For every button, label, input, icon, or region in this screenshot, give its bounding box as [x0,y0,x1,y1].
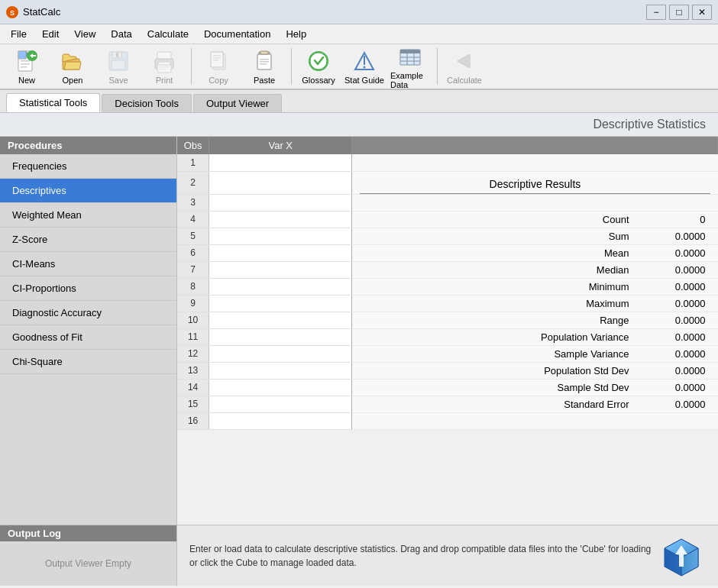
var-x-cell[interactable] [209,154,352,171]
app-icon: S [6,6,18,18]
svg-rect-22 [160,69,166,70]
result-label: Median [477,264,629,276]
sidebar-item-z-score[interactable]: Z-Score [0,228,176,252]
var-x-cell[interactable] [209,295,352,312]
sidebar-item-chi-square[interactable]: Chi-Square [0,350,176,374]
result-area-cell: Population Std Dev0.0000 [352,362,718,379]
paste-label: Paste [254,76,275,85]
var-x-cell[interactable] [209,228,352,244]
minimize-button[interactable]: − [646,5,666,20]
var-x-cell[interactable] [209,194,352,211]
svg-text:S: S [10,9,15,17]
svg-rect-3 [18,51,26,59]
var-x-cell[interactable] [209,396,352,412]
calculate-label: Calculate [447,76,482,85]
menu-calculate[interactable]: Calculate [140,27,196,41]
exampledata-icon [396,44,424,69]
menu-view[interactable]: View [66,27,103,41]
statguide-label: Stat Guide [344,76,384,85]
sidebar-item-goodness-of-fit[interactable]: Goodness of Fit [0,325,176,350]
svg-rect-40 [400,50,420,53]
glossary-label: Glossary [302,76,335,85]
maximize-button[interactable]: □ [669,5,689,20]
row-number: 15 [177,396,209,412]
tab-decision-tools[interactable]: Decision Tools [102,94,192,112]
glossary-icon [305,48,332,74]
result-value: 0.0000 [660,331,706,343]
output-bar: Output Log Output Viewer Empty Enter or … [0,525,718,586]
var-x-cell[interactable] [209,278,352,295]
menu-documentation[interactable]: Documentation [196,27,278,41]
data-grid-scroll[interactable]: Obs Var X 12Descriptive Results34Count05… [177,137,718,525]
save-button[interactable]: Save [96,47,141,86]
var-x-cell[interactable] [209,345,352,362]
save-icon [105,48,132,74]
svg-rect-32 [260,61,269,63]
sidebar-item-descriptives[interactable]: Descriptives [0,179,176,203]
var-x-cell[interactable] [209,362,352,379]
new-label: New [18,76,35,85]
table-row: 2Descriptive Results [177,171,718,194]
var-x-cell[interactable] [209,261,352,278]
menu-edit[interactable]: Edit [34,27,66,41]
sidebar-item-ci-means[interactable]: CI-Means [0,252,176,276]
sidebar-item-frequencies[interactable]: Frequencies [0,154,176,179]
menu-help[interactable]: Help [278,27,314,41]
title-bar: S StatCalc − □ ✕ [0,0,718,24]
table-row: 6Mean0.0000 [177,244,718,261]
menu-data[interactable]: Data [103,27,139,41]
cube-icon[interactable] [657,531,706,580]
copy-button[interactable]: Copy [196,47,241,86]
result-area-cell: Standard Error0.0000 [352,396,718,412]
result-area-cell: Minimum0.0000 [352,278,718,295]
title-bar-left: S StatCalc [6,6,60,18]
new-icon [13,48,40,74]
tab-output-viewer[interactable]: Output Viewer [193,94,282,112]
result-value: 0.0000 [660,281,706,292]
data-grid: Obs Var X 12Descriptive Results34Count05… [177,137,718,430]
statguide-button[interactable]: Stat Guide [342,47,386,86]
open-button[interactable]: Open [50,47,95,86]
result-label: Range [477,315,629,326]
table-row: 15Standard Error0.0000 [177,396,718,412]
table-row: 10Range0.0000 [177,312,718,328]
output-msg-section: Enter or load data to calculate descript… [177,525,718,586]
var-x-cell[interactable] [209,379,352,396]
svg-rect-15 [116,53,118,57]
result-row: Mean0.0000 [352,246,717,260]
separator-2 [291,48,292,85]
tab-statistical-tools[interactable]: Statistical Tools [6,93,100,112]
var-x-cell[interactable] [209,211,352,228]
result-label: Standard Error [477,399,629,410]
svg-marker-12 [64,62,81,69]
var-x-cell[interactable] [209,328,352,345]
paste-button[interactable]: Paste [242,47,286,86]
row-number: 4 [177,211,209,228]
var-x-cell[interactable] [209,312,352,328]
row-number: 11 [177,328,209,345]
procedures-header: Procedures [0,137,176,154]
result-area-cell: Mean0.0000 [352,244,718,261]
sidebar-item-diagnostic-accuracy[interactable]: Diagnostic Accuracy [0,301,176,325]
svg-rect-21 [160,66,169,68]
menu-file[interactable]: File [3,27,34,41]
glossary-button[interactable]: Glossary [296,47,341,86]
output-log-header: Output Log [0,525,176,541]
calculate-button[interactable]: Calculate [442,47,487,86]
sidebar-item-ci-proportions[interactable]: CI-Proportions [0,276,176,301]
row-number: 10 [177,312,209,328]
new-button[interactable]: New [5,47,49,86]
result-row: Sum0.0000 [352,229,717,244]
result-area-cell [352,194,718,211]
var-x-cell[interactable] [209,171,352,194]
var-x-cell[interactable] [209,412,352,429]
paste-icon [251,48,278,74]
svg-rect-33 [260,63,267,65]
result-row: Sample Std Dev0.0000 [352,380,717,395]
close-button[interactable]: ✕ [692,5,712,20]
row-number: 2 [177,171,209,194]
exampledata-button[interactable]: Example Data [388,47,432,86]
var-x-cell[interactable] [209,244,352,261]
sidebar-item-weighted-mean[interactable]: Weighted Mean [0,203,176,228]
print-button[interactable]: Print [142,47,186,86]
